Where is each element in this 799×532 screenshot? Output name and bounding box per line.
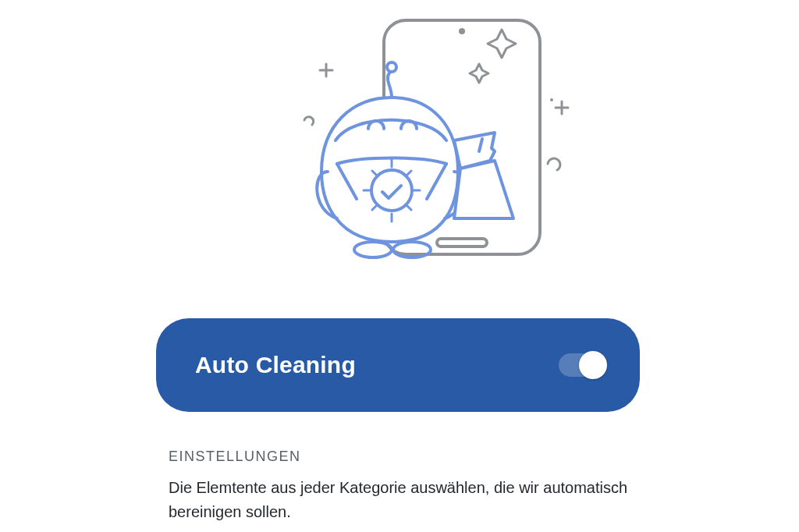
hero-illustration bbox=[0, 0, 799, 273]
svg-rect-2 bbox=[437, 239, 487, 246]
svg-point-3 bbox=[550, 98, 553, 101]
auto-cleaning-toggle[interactable] bbox=[559, 353, 604, 377]
settings-section: EINSTELLUNGEN Die Elemtente aus jeder Ka… bbox=[169, 449, 630, 524]
auto-cleaning-title: Auto Cleaning bbox=[195, 352, 356, 378]
robot-phone-icon bbox=[220, 8, 579, 273]
settings-description: Die Elemtente aus jeder Kategorie auswäh… bbox=[169, 476, 630, 524]
settings-heading: EINSTELLUNGEN bbox=[169, 449, 630, 465]
svg-point-6 bbox=[354, 242, 392, 257]
auto-cleaning-card: Auto Cleaning bbox=[156, 318, 640, 412]
svg-point-1 bbox=[459, 28, 465, 34]
toggle-thumb-icon bbox=[579, 351, 607, 379]
svg-point-4 bbox=[387, 62, 396, 72]
